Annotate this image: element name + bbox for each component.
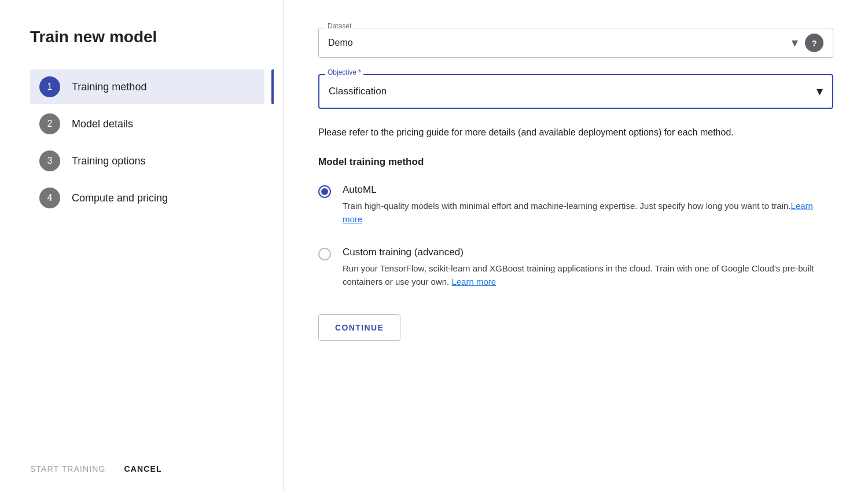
custom-training-option[interactable]: Custom training (advanced) Run your Tens… [318, 247, 833, 289]
objective-field-group: Objective * Classification ▾ [318, 74, 833, 109]
custom-training-content: Custom training (advanced) Run your Tens… [343, 247, 833, 289]
sidebar-actions: START TRAINING CANCEL [30, 441, 264, 473]
sidebar: Train new model 1 Training method 2 Mode… [0, 0, 284, 492]
custom-training-learn-more-link[interactable]: Learn more [451, 277, 496, 287]
pricing-note: Please refer to the pricing guide for mo… [318, 125, 833, 140]
dataset-icons: ▾ ? [792, 34, 823, 52]
objective-chevron-icon: ▾ [816, 84, 823, 99]
dataset-label: Dataset [325, 22, 354, 30]
step-circle-3: 3 [39, 150, 60, 171]
dataset-select[interactable]: Demo ▾ ? [318, 28, 833, 58]
dataset-chevron-icon: ▾ [792, 35, 798, 50]
sidebar-item-training-method[interactable]: 1 Training method [30, 69, 264, 104]
objective-select[interactable]: Classification ▾ [318, 74, 833, 109]
custom-training-radio[interactable] [318, 248, 331, 260]
step-label-3: Training options [72, 155, 145, 167]
continue-button[interactable]: CONTINUE [318, 314, 400, 341]
automl-content: AutoML Train high-quality models with mi… [343, 184, 833, 226]
sidebar-item-compute-pricing[interactable]: 4 Compute and pricing [30, 181, 264, 215]
start-training-button[interactable]: START TRAINING [30, 464, 106, 473]
automl-radio[interactable] [318, 185, 331, 198]
step-nav: 1 Training method 2 Model details 3 Trai… [30, 69, 264, 218]
automl-label: AutoML [343, 184, 833, 196]
step-circle-1: 1 [39, 76, 60, 97]
step-label-4: Compute and pricing [72, 192, 168, 204]
custom-training-description: Run your TensorFlow, scikit-learn and XG… [343, 262, 833, 289]
page-title: Train new model [30, 28, 264, 46]
objective-value: Classification [329, 86, 816, 97]
step-circle-4: 4 [39, 188, 60, 208]
step-label-2: Model details [72, 118, 133, 130]
step-circle-2: 2 [39, 113, 60, 134]
sidebar-item-training-options[interactable]: 3 Training options [30, 144, 264, 178]
cancel-button[interactable]: CANCEL [124, 464, 162, 473]
custom-training-label: Custom training (advanced) [343, 247, 833, 258]
dataset-field-group: Dataset Demo ▾ ? [318, 28, 833, 58]
automl-option[interactable]: AutoML Train high-quality models with mi… [318, 184, 833, 226]
section-title: Model training method [318, 156, 833, 168]
automl-description: Train high-quality models with minimal e… [343, 199, 833, 226]
sidebar-item-model-details[interactable]: 2 Model details [30, 107, 264, 141]
objective-label: Objective * [325, 68, 363, 76]
step-label-1: Training method [72, 81, 146, 93]
dataset-help-icon[interactable]: ? [805, 34, 823, 52]
dataset-value: Demo [328, 38, 792, 48]
main-content: Dataset Demo ▾ ? Objective * Classificat… [284, 0, 868, 492]
